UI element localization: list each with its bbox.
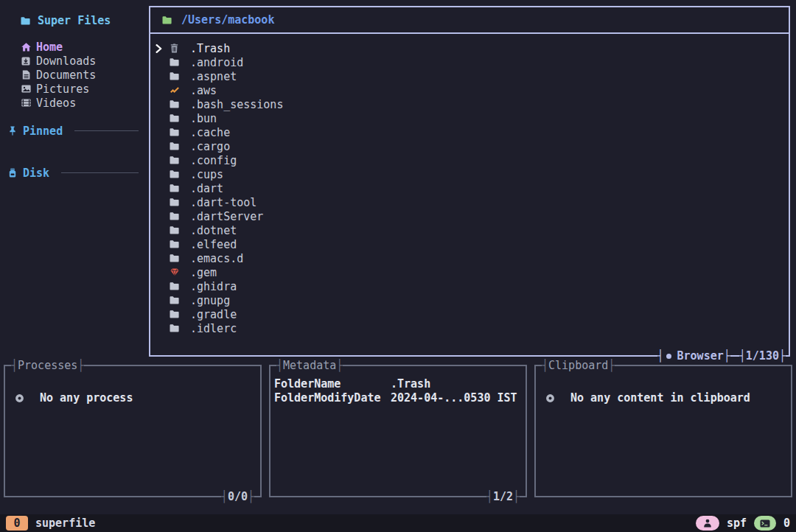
- folder-icon: [170, 128, 179, 136]
- file-row[interactable]: .dartServer: [150, 209, 789, 223]
- file-name: .config: [190, 154, 237, 167]
- file-name: .ghidra: [190, 280, 237, 293]
- panel-title-label: Metadata: [283, 359, 336, 372]
- host-label: spf: [727, 517, 747, 530]
- section-label: Disk: [23, 167, 49, 180]
- metadata-panel-title: Metadata: [276, 358, 343, 373]
- folder-icon: [21, 17, 30, 25]
- panel-title-label: Processes: [18, 359, 77, 372]
- sidebar-item-downloads[interactable]: Downloads: [0, 54, 147, 68]
- browser-panel: /Users/macbook .Trash.android.aspnet.aws…: [149, 6, 790, 357]
- file-row[interactable]: .Trash: [150, 41, 789, 55]
- cursor-icon: [154, 44, 164, 53]
- folder-icon: [170, 296, 179, 304]
- folder-icon: [170, 72, 179, 80]
- browser-mode-tag: Browser: [657, 348, 730, 364]
- file-row[interactable]: .bun: [150, 111, 789, 125]
- home-icon: [21, 43, 31, 52]
- panel-title-label: Clipboard: [548, 359, 608, 372]
- app-title-label: Super Files: [38, 14, 111, 27]
- folder-icon: [170, 198, 179, 206]
- folder-icon: [170, 282, 179, 290]
- file-name: .dart: [190, 182, 223, 195]
- file-name: .gradle: [190, 308, 237, 321]
- sidebar-item-label: Documents: [36, 69, 96, 82]
- metadata-counter: 1/2: [486, 489, 520, 504]
- folder-icon: [170, 226, 179, 234]
- section-label: Pinned: [23, 125, 63, 138]
- sidebar-item-label: Downloads: [36, 55, 96, 68]
- file-row[interactable]: .gnupg: [150, 293, 789, 307]
- counter-label: 1/2: [493, 490, 513, 503]
- file-name: .gem: [190, 266, 217, 279]
- file-counter: 1/130: [746, 349, 779, 363]
- counter-label: 0/0: [228, 490, 248, 503]
- folder-icon: [170, 114, 179, 122]
- file-name: .idlerc: [190, 322, 237, 335]
- file-row[interactable]: .cups: [150, 167, 789, 181]
- folder-icon: [170, 170, 179, 178]
- file-row[interactable]: .aspnet: [150, 69, 789, 83]
- metadata-panel: Metadata FolderName.TrashFolderModifyDat…: [269, 365, 527, 497]
- file-row[interactable]: .config: [150, 153, 789, 167]
- clipboard-panel: Clipboard No any content in clipboard: [534, 365, 792, 497]
- panel-mode-icon: [666, 354, 671, 359]
- gem-icon: [170, 268, 179, 276]
- sidebar-item-pictures[interactable]: Pictures: [0, 82, 147, 96]
- folder-icon: [170, 310, 179, 318]
- file-name: .bun: [190, 112, 217, 125]
- folder-icon: [170, 142, 179, 150]
- sidebar-section-disk[interactable]: Disk: [0, 166, 147, 180]
- processes-panel: Processes No any process 0/0: [4, 365, 262, 497]
- section-divider: [61, 172, 139, 173]
- folder-icon: [170, 254, 179, 262]
- file-row[interactable]: .gradle: [150, 307, 789, 321]
- file-row[interactable]: .cache: [150, 125, 789, 139]
- empty-message: No any process: [40, 391, 133, 405]
- file-name: .aspnet: [190, 70, 237, 83]
- file-row[interactable]: .bash_sessions: [150, 97, 789, 111]
- app-title: Super Files: [0, 0, 147, 27]
- sidebar-section-pinned[interactable]: Pinned: [0, 124, 147, 138]
- sidebar-item-home[interactable]: Home: [0, 40, 147, 54]
- session-index: 0: [13, 517, 20, 530]
- file-row[interactable]: .emacs.d: [150, 251, 789, 265]
- aws-icon: [170, 86, 179, 94]
- file-row[interactable]: .idlerc: [150, 321, 789, 335]
- file-list: .Trash.android.aspnet.aws.bash_sessions.…: [150, 34, 789, 335]
- file-name: .cargo: [190, 140, 230, 153]
- file-row[interactable]: .ghidra: [150, 279, 789, 293]
- path-bar[interactable]: /Users/macbook: [150, 7, 789, 34]
- file-row[interactable]: .elfeed: [150, 237, 789, 251]
- file-row[interactable]: .dart: [150, 181, 789, 195]
- session-index-badge: 0: [6, 516, 28, 531]
- file-name: .dart-tool: [190, 196, 256, 209]
- metadata-rows: FolderName.TrashFolderModifyDate2024-04-…: [270, 377, 526, 405]
- file-name: .emacs.d: [190, 252, 243, 265]
- sidebar-item-documents[interactable]: Documents: [0, 68, 147, 82]
- file-row[interactable]: .dotnet: [150, 223, 789, 237]
- dot-circle-icon: [545, 393, 555, 403]
- file-row[interactable]: .aws: [150, 83, 789, 97]
- download-icon: [21, 57, 31, 66]
- file-row[interactable]: .android: [150, 55, 789, 69]
- file-name: .cups: [190, 168, 223, 181]
- disk-icon: [7, 168, 17, 178]
- metadata-key: FolderName: [274, 377, 391, 391]
- file-name: .elfeed: [190, 238, 237, 251]
- file-row[interactable]: .dart-tool: [150, 195, 789, 209]
- empty-message: No any content in clipboard: [570, 391, 750, 405]
- user-badge: [696, 516, 719, 531]
- file-name: .dartServer: [190, 210, 263, 223]
- file-row[interactable]: .cargo: [150, 139, 789, 153]
- file-name: .cache: [190, 126, 230, 139]
- folder-icon: [170, 100, 179, 108]
- user-icon: [703, 519, 712, 528]
- processes-counter: 0/0: [221, 489, 254, 504]
- pin-icon: [7, 126, 17, 136]
- sidebar-item-videos[interactable]: Videos: [0, 96, 147, 110]
- terminal-badge: [754, 516, 776, 531]
- file-row[interactable]: .gem: [150, 265, 789, 279]
- metadata-row: FolderModifyDate2024-04-...0530 IST: [270, 391, 526, 405]
- file-name: .dotnet: [190, 224, 237, 237]
